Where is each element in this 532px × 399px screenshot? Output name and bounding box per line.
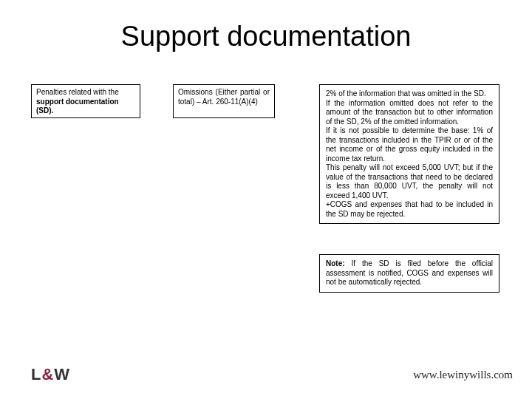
logo-letter-w: W	[54, 365, 70, 383]
omissions-box: Omissions (Either partial or total) – Ar…	[173, 84, 275, 118]
slide: Support documentation Penalties related …	[0, 0, 532, 399]
page-title: Support documentation	[0, 21, 532, 52]
note-box: Note: If the SD is filed before the offi…	[319, 254, 499, 293]
detail-box: 2% of the information that was omitted i…	[319, 84, 499, 224]
penalties-text-pre: Penalties related with the	[36, 88, 119, 96]
penalties-text-bold: support documentation (SD).	[36, 98, 119, 115]
logo-ampersand: &	[41, 365, 54, 383]
detail-line-2: If the information omitted does not refe…	[326, 99, 493, 126]
logo-letter-l: L	[31, 365, 41, 383]
detail-line-5: +COGS and expenses that had to be includ…	[326, 200, 493, 218]
note-label: Note:	[326, 259, 345, 267]
penalties-box: Penalties related with the support docum…	[31, 84, 140, 118]
detail-line-1: 2% of the information that was omitted i…	[326, 89, 486, 98]
detail-line-3: If it is not possible to determine the b…	[326, 126, 493, 163]
logo: L&W	[31, 365, 70, 384]
note-body: If the SD is filed before the official a…	[326, 259, 493, 286]
footer-url: www.lewinywills.com	[413, 369, 513, 381]
detail-line-4: This penalty will not exceed 5,000 UVT; …	[326, 163, 493, 200]
